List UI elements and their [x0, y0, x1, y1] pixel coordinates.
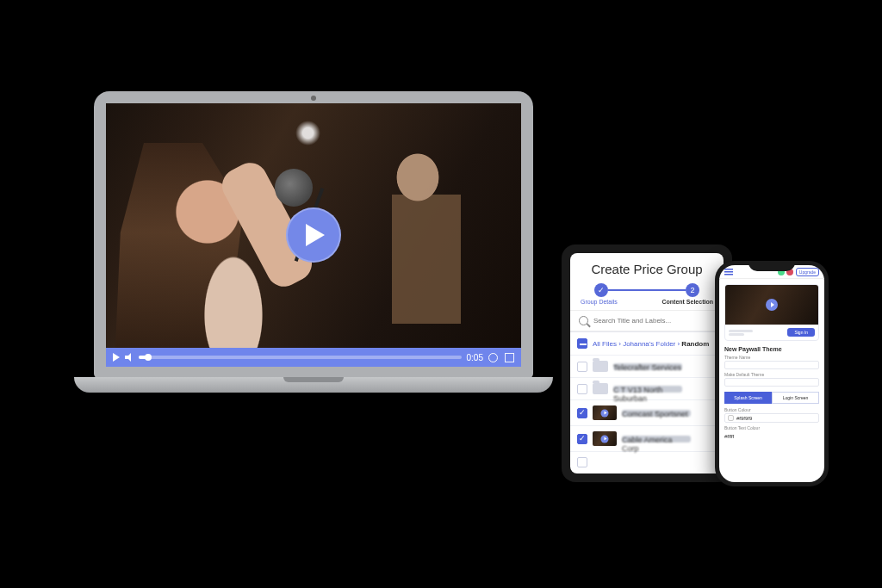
step-current-icon[interactable]: 2	[686, 283, 699, 297]
fullscreen-icon[interactable]	[505, 353, 514, 362]
video-thumbnail	[593, 431, 617, 446]
preview-meta	[729, 329, 753, 337]
laptop-shadow	[90, 427, 537, 443]
search-row[interactable]	[570, 310, 724, 331]
laptop-camera-icon	[311, 96, 316, 101]
folder-icon	[593, 361, 608, 372]
tablet-device: Create Price Group ✓ 2 Group Details Con…	[562, 244, 732, 482]
button-text-colour-picker[interactable]: #fffff	[724, 431, 819, 441]
phone-screen: Upgrade Sign In New Paywall Theme Theme …	[719, 265, 824, 482]
phone-device: Upgrade Sign In New Paywall Theme Theme …	[715, 261, 829, 486]
theme-name-input[interactable]	[724, 361, 819, 369]
row-checkbox[interactable]	[577, 384, 587, 394]
list-item[interactable]: Comcast Sportsnet	[570, 399, 724, 425]
play-icon	[601, 435, 609, 443]
video-thumbnail	[593, 405, 617, 420]
colour-value: #fffff	[724, 434, 734, 439]
breadcrumb[interactable]: All Files › Johanna's Folder › Random	[593, 340, 709, 348]
tab-login[interactable]: Login Screen	[772, 392, 819, 404]
tab-splash[interactable]: Splash Screen	[724, 392, 772, 404]
field-label: Make Default Theme	[724, 372, 819, 377]
menu-icon[interactable]	[724, 269, 733, 275]
row-checkbox[interactable]	[577, 434, 587, 444]
phone-notch	[748, 261, 795, 271]
stage-light-icon	[295, 121, 320, 145]
screen-tabs: Splash Screen Login Screen	[724, 392, 819, 404]
play-icon	[766, 299, 778, 311]
select-all-checkbox[interactable]	[577, 338, 587, 349]
row-label: Telecrafter Services	[613, 363, 682, 370]
play-icon	[306, 224, 325, 246]
step-connector	[608, 289, 686, 291]
row-label: Cable America Corp	[622, 436, 691, 443]
search-icon	[579, 316, 588, 325]
field-label: Theme Name	[724, 355, 819, 360]
row-checkbox[interactable]	[577, 408, 587, 418]
settings-icon[interactable]	[488, 353, 498, 362]
seek-handle[interactable]	[145, 354, 152, 361]
colour-swatch-icon	[728, 415, 734, 421]
upgrade-button[interactable]: Upgrade	[796, 268, 819, 276]
laptop-notch	[283, 377, 344, 382]
step-label-1: Group Details	[581, 299, 618, 305]
field-label: Button Colour	[724, 407, 819, 412]
row-label: C T V13 North Suburban	[613, 386, 682, 393]
microphone-icon	[275, 169, 313, 207]
tablet-screen: Create Price Group ✓ 2 Group Details Con…	[570, 253, 724, 473]
default-theme-input[interactable]	[724, 378, 819, 387]
breadcrumb-row: All Files › Johanna's Folder › Random	[570, 331, 724, 355]
preview-card: Sign In	[724, 284, 819, 341]
volume-icon[interactable]	[125, 353, 134, 362]
page-title: Create Price Group	[577, 262, 717, 276]
colour-value: #f9f9f9	[736, 416, 752, 421]
guitarist-figure	[357, 143, 487, 332]
preview-thumbnail[interactable]	[725, 285, 818, 325]
section-title: New Paywall Theme	[724, 346, 819, 352]
list-item[interactable]	[570, 451, 724, 473]
list-item[interactable]: Telecrafter Services	[570, 355, 724, 377]
list-item[interactable]: C T V13 North Suburban	[570, 377, 724, 399]
row-checkbox[interactable]	[577, 362, 587, 372]
row-checkbox[interactable]	[577, 457, 587, 467]
laptop-bezel: 0:05	[94, 91, 533, 379]
video-controls: 0:05	[106, 348, 521, 367]
field-label: Button Text Colour	[724, 425, 819, 430]
laptop-base	[74, 377, 553, 393]
stepper: ✓ 2	[577, 283, 717, 297]
step-done-icon[interactable]: ✓	[594, 283, 608, 297]
play-icon	[601, 409, 609, 417]
control-play-icon[interactable]	[113, 353, 120, 362]
search-input[interactable]	[593, 317, 715, 325]
laptop-device: 0:05	[74, 91, 553, 436]
play-button[interactable]	[286, 207, 341, 263]
row-label: Comcast Sportsnet	[622, 410, 691, 417]
folder-icon	[593, 383, 608, 394]
video-time: 0:05	[467, 353, 483, 362]
step-label-2: Content Selection	[662, 299, 713, 305]
list-item[interactable]: Cable America Corp	[570, 425, 724, 451]
signin-button[interactable]: Sign In	[787, 328, 815, 337]
video-player[interactable]: 0:05	[106, 103, 521, 367]
button-colour-picker[interactable]: #f9f9f9	[724, 413, 819, 423]
seek-bar[interactable]	[139, 356, 462, 359]
